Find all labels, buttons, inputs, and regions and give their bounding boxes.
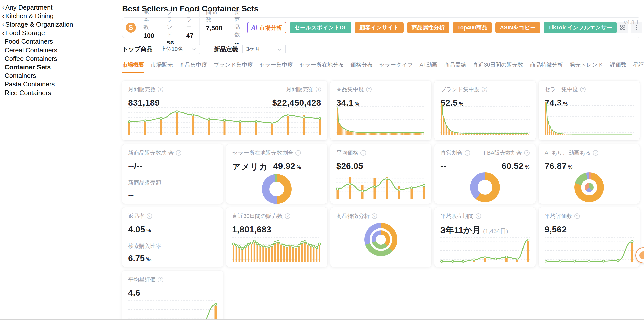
card-title: セラー所在地販売数割合 (232, 149, 293, 157)
sidebar-item-storage-organization[interactable]: ‹Storage & Organization (2, 20, 91, 29)
average-reviews-value: 9,562 (545, 224, 567, 234)
new-product-definition-select[interactable]: 3ケ月 (242, 44, 286, 54)
card-average-sales-period: 平均販売期間? 3年11か月 (1,434日) (434, 207, 536, 267)
sidebar-item-label: Food Storage (5, 29, 45, 37)
new-product-sales-value: --/-- (128, 161, 142, 171)
stat-value: 100 (143, 32, 154, 40)
search-purchase-ratio-value: 6.75‰ (128, 253, 217, 263)
select-value: 3ケ月 (246, 45, 260, 53)
help-icon[interactable]: ? (176, 150, 181, 156)
help-icon[interactable]: ? (372, 213, 377, 219)
sidebar-item-containers[interactable]: Containers (2, 71, 91, 80)
help-icon[interactable]: ? (158, 277, 163, 282)
help-icon[interactable]: ? (285, 213, 290, 219)
customer-insight-button[interactable]: 顧客インサイト (355, 22, 404, 33)
stat-label: 見本数 (143, 8, 154, 31)
ai-market-analysis-button[interactable]: Ai 市場分析 (247, 22, 286, 33)
sidebar-item-cereal-containers[interactable]: Cereal Containers (2, 46, 91, 54)
average-reviews-chart (545, 237, 634, 263)
tab-2[interactable]: 商品集中度 (179, 61, 207, 73)
tab-0-active[interactable]: 市場概要 (122, 61, 144, 73)
help-icon[interactable]: ? (465, 150, 470, 156)
tab-8[interactable]: A+動画 (420, 61, 438, 73)
sidebar-item-coffee-containers[interactable]: Coffee Containers (2, 54, 91, 63)
tab-14[interactable]: 星評価 (633, 61, 644, 73)
seller-location-share-value: 49.92% (273, 161, 301, 173)
analysis-tabs: 市場概要市場販売商品集中度ブランド集中度セラー集中度セラー所在地分布価格分布セラ… (122, 61, 640, 73)
tab-5[interactable]: セラー所在地分布 (299, 61, 344, 73)
product-concentration-chart (336, 100, 425, 136)
tab-11[interactable]: 商品特徴分析 (530, 61, 563, 73)
help-icon[interactable]: ? (574, 213, 580, 219)
tab-6[interactable]: 価格分布 (350, 61, 373, 73)
card-title: ブランド集中度 (440, 86, 480, 93)
top400-products-button[interactable]: Top400商品 (453, 22, 492, 33)
card-title: FBA販売数割合 (484, 149, 522, 157)
sidebar-item-food-containers[interactable]: Food Containers (2, 37, 91, 46)
card-title: 月間販売数 (128, 86, 156, 93)
sidebar-item-pasta-containers[interactable]: Pasta Containers (2, 80, 91, 88)
help-icon[interactable]: ? (580, 87, 586, 92)
stats-toolbar: S 見本数100ブランド56セラー47商品数7,508新商品数-- Ai 市場分… (122, 17, 640, 38)
card-title: 平均評価数 (545, 212, 572, 220)
card-monthly-sales: 月間販売数? 月間販売額? 831,189 $22,450,428 (122, 81, 327, 140)
stat-label: 新商品数 (234, 8, 240, 38)
stat-value: 7,508 (206, 24, 222, 32)
sidebar-item-label: Coffee Containers (5, 55, 57, 63)
help-icon[interactable]: ? (295, 150, 301, 156)
help-icon[interactable]: ? (147, 213, 152, 219)
help-icon[interactable]: ? (158, 87, 163, 92)
tiktok-influencer-button[interactable]: TikTok インフルエンサー (544, 22, 617, 33)
sidebar-item-food-storage[interactable]: ‹Food Storage (2, 29, 91, 37)
panel-right-border (641, 0, 641, 320)
help-icon[interactable]: ? (360, 150, 366, 156)
card-title: セラー集中度 (545, 86, 578, 93)
sidebar-item-label: Kitchen & Dining (5, 12, 54, 20)
sidebar-item-any-department[interactable]: ‹Any Department (2, 3, 91, 12)
stat-label: セラー (186, 8, 193, 31)
tab-3[interactable]: ブランド集中度 (214, 61, 253, 73)
kpi-cards-grid: 月間販売数? 月間販売額? 831,189 $22,450,428 商品集中度?… (122, 81, 640, 320)
last30-sales-chart (232, 237, 321, 263)
help-icon[interactable]: ? (482, 87, 487, 92)
monthly-sales-count: 831,189 (128, 98, 160, 108)
product-attribute-analysis-button[interactable]: 商品属性分析 (407, 22, 449, 33)
return-rate-value: 4.05% (128, 224, 151, 234)
monthly-sales-chart (128, 107, 321, 136)
card-average-star-rating: 平均星評価? 4.6 (122, 271, 223, 320)
average-sales-period-chart (440, 237, 530, 263)
average-star-rating-chart (128, 300, 217, 320)
fba-share-donut-chart (470, 172, 500, 202)
tab-4[interactable]: セラー集中度 (259, 61, 293, 73)
copy-asin-button[interactable]: ASINをコピー (495, 22, 540, 33)
sidebar-item-label: Pasta Containers (5, 80, 55, 88)
tab-12[interactable]: 発売トレンド (570, 61, 603, 73)
sidebar-item-kitchen-dining[interactable]: ‹Kitchen & Dining (2, 12, 91, 20)
stat-item: 新商品数-- (228, 8, 246, 47)
filters-row: トップ商品上位10名新品定義3ケ月 (122, 44, 641, 54)
action-buttons-group: セールスポイントDL顧客インサイト商品属性分析Top400商品ASINをコピーT… (286, 22, 617, 33)
tab-7[interactable]: セラータイプ (379, 61, 413, 73)
back-chevron-icon: ‹ (2, 4, 4, 11)
top-products-select[interactable]: 上位10名 (157, 44, 200, 54)
direct-sales-share-value: -- (440, 161, 447, 171)
card-title: 新商品販売数/割合 (128, 149, 174, 157)
stat-item: セラー47 (180, 8, 199, 47)
tab-9[interactable]: 商品需給 (444, 61, 466, 73)
sidebar-item-rice-containers[interactable]: Rice Containers (2, 88, 91, 97)
help-icon[interactable]: ? (593, 150, 598, 156)
sidebar-item-label: Any Department (5, 4, 53, 11)
help-icon[interactable]: ? (366, 87, 372, 92)
help-icon[interactable]: ? (524, 150, 530, 156)
card-title: 平均星評価 (128, 276, 156, 283)
sidebar-item-label: Storage & Organization (5, 21, 73, 28)
tab-10[interactable]: 直近30日間の販売数 (473, 61, 523, 73)
help-icon[interactable]: ? (476, 213, 481, 219)
selling-points-download-button[interactable]: セールスポイントDL (290, 22, 351, 33)
tab-1[interactable]: 市場販売 (151, 61, 173, 73)
fba-share-value: 60.52% (502, 161, 530, 171)
tab-13[interactable]: 評価数 (610, 61, 626, 73)
floating-button-icon (639, 251, 644, 259)
aplus-video-donut-chart (574, 172, 604, 202)
help-icon[interactable]: ? (316, 87, 321, 92)
